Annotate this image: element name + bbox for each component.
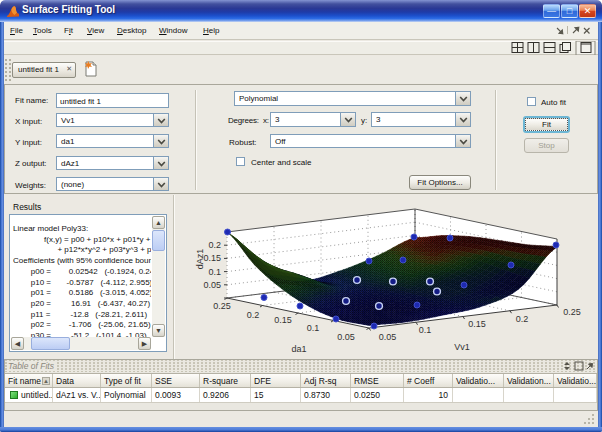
svg-text:0.05: 0.05 — [379, 332, 397, 342]
svg-text:0.2: 0.2 — [208, 240, 221, 250]
svg-text:0.05: 0.05 — [203, 280, 221, 290]
svg-text:0.1: 0.1 — [307, 323, 320, 333]
svg-text:da1: da1 — [291, 344, 306, 354]
svg-text:0.25: 0.25 — [563, 307, 581, 317]
svg-text:0.15: 0.15 — [468, 319, 486, 329]
svg-text:0.05: 0.05 — [337, 332, 355, 342]
svg-text:0.2: 0.2 — [516, 314, 529, 324]
svg-text:0.15: 0.15 — [203, 253, 221, 263]
svg-text:dAz1: dAz1 — [195, 249, 205, 270]
svg-text:0.15: 0.15 — [274, 315, 292, 325]
svg-text:0.1: 0.1 — [208, 267, 221, 277]
svg-text:0.2: 0.2 — [247, 310, 260, 320]
svg-text:Vv1: Vv1 — [454, 342, 470, 352]
svg-text:0.1: 0.1 — [419, 325, 432, 335]
svg-text:0.25: 0.25 — [213, 301, 231, 311]
